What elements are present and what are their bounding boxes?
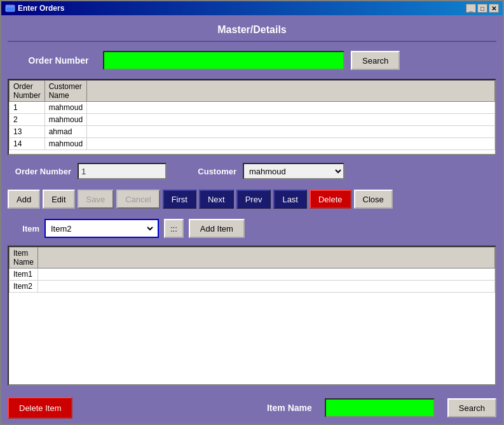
table-row[interactable]: 14mahmoud (10, 138, 495, 150)
edit-button[interactable]: Edit (43, 190, 74, 209)
last-button[interactable]: Last (273, 190, 307, 209)
add-item-button[interactable]: Add Item (189, 219, 245, 238)
cancel-button[interactable]: Cancel (116, 190, 160, 209)
action-buttons-row: Add Edit Save Cancel First Next Prev Las… (8, 187, 496, 211)
cell-order-number: 13 (10, 126, 45, 138)
order-number-top-label: Order Number (20, 55, 97, 66)
window-icon (5, 3, 15, 13)
item-select[interactable]: Item1Item2 (48, 220, 155, 237)
save-button[interactable]: Save (78, 190, 114, 209)
item-row: Item Item1Item2 ::: Add Item (8, 216, 496, 240)
items-grid[interactable]: Item Name Item1Item2 (8, 246, 496, 386)
items-table: Item Name Item1Item2 (9, 247, 495, 293)
cell-customer-name: mahmoud (44, 102, 86, 114)
delete-button[interactable]: Delete (310, 190, 351, 209)
cell-item-name: Item1 (10, 268, 38, 281)
item-name-label: Item Name (267, 403, 312, 413)
first-button[interactable]: First (163, 190, 196, 209)
detail-order-input[interactable] (78, 163, 167, 179)
col-spacer (87, 81, 495, 102)
cell-customer-name: mahmoud (44, 114, 86, 126)
detail-order-label: Order Number (8, 167, 71, 176)
list-item[interactable]: Item2 (10, 281, 495, 293)
table-row[interactable]: 13ahmad (10, 126, 495, 138)
item-dropdown-container[interactable]: Item1Item2 (44, 219, 159, 238)
order-number-green-input[interactable] (103, 51, 344, 70)
close-button[interactable]: Close (354, 190, 393, 209)
master-grid[interactable]: Order Number Customer Name 1mahmoud2mahm… (8, 79, 496, 155)
ellipsis-button[interactable]: ::: (164, 219, 184, 238)
col-order-number: Order Number (10, 81, 45, 102)
maximize-button[interactable]: □ (477, 4, 487, 13)
main-window: Enter Orders _ □ ✕ Master/Details Order … (0, 0, 504, 425)
window-title: Enter Orders (18, 4, 64, 13)
title-bar-left: Enter Orders (5, 3, 64, 13)
order-number-row: Order Number Search (8, 47, 496, 74)
cell-order-number: 1 (10, 102, 45, 114)
cell-order-number: 2 (10, 114, 45, 126)
orders-table: Order Number Customer Name 1mahmoud2mahm… (9, 80, 495, 150)
close-window-button[interactable]: ✕ (489, 4, 499, 13)
detail-form-row: Order Number Customer mahmoudahmad (8, 160, 496, 182)
table-row[interactable]: 1mahmoud (10, 102, 495, 114)
item-name-input[interactable] (325, 398, 435, 417)
next-button[interactable]: Next (199, 190, 234, 209)
title-bar: Enter Orders _ □ ✕ (1, 1, 503, 15)
col-item-name: Item Name (10, 247, 38, 268)
bottom-bar: Delete Item Item Name Search (1, 392, 503, 424)
add-button[interactable]: Add (8, 190, 40, 209)
list-item[interactable]: Item1 (10, 268, 495, 281)
form-title: Master/Details (8, 22, 496, 42)
minimize-button[interactable]: _ (466, 4, 476, 13)
cell-customer-name: ahmad (44, 126, 86, 138)
delete-item-button[interactable]: Delete Item (8, 397, 72, 419)
search-button-top[interactable]: Search (351, 51, 400, 70)
search-button-bottom[interactable]: Search (447, 398, 496, 417)
title-controls: _ □ ✕ (466, 4, 499, 13)
cell-customer-name: mahmoud (44, 138, 86, 150)
table-row[interactable]: 2mahmoud (10, 114, 495, 126)
prev-button[interactable]: Prev (236, 190, 271, 209)
customer-select[interactable]: mahmoudahmad (243, 163, 344, 179)
main-content: Master/Details Order Number Search Order… (1, 15, 503, 392)
cell-order-number: 14 (10, 138, 45, 150)
customer-label: Customer (173, 167, 236, 176)
col-customer-name: Customer Name (44, 81, 86, 102)
item-label: Item (8, 224, 39, 233)
svg-rect-1 (6, 5, 15, 8)
cell-item-name: Item2 (10, 281, 38, 293)
